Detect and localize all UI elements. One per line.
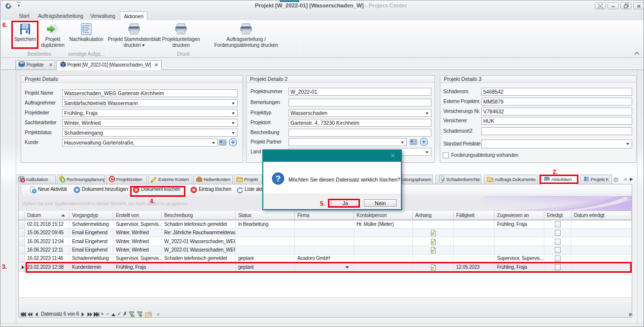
svg-text:?: ? xyxy=(276,174,281,183)
